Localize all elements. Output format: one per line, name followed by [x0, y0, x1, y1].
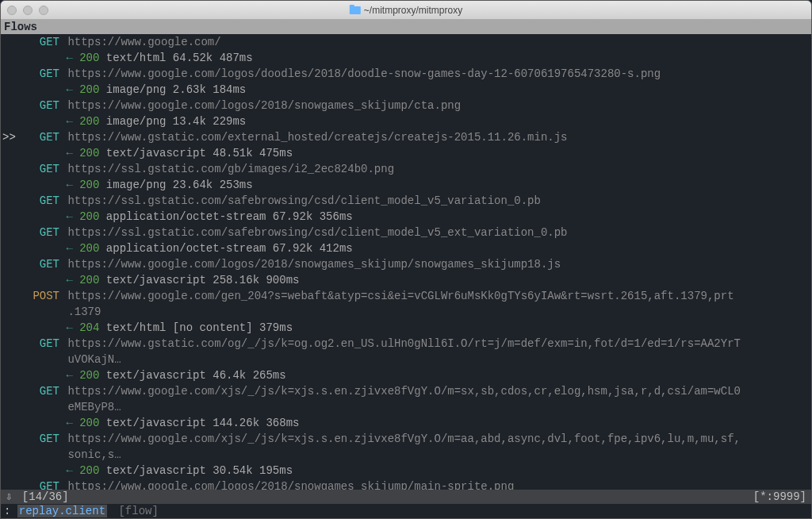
status-bar: ⇩ [14/36] [*:9999] [1, 490, 811, 504]
response-meta: text/javascript 144.26k 368ms [99, 415, 299, 431]
response-arrow-icon: ← [59, 209, 79, 225]
request-url: https://www.google.com/xjs/_/js/k=xjs.s.… [59, 383, 741, 399]
scroll-down-icon: ⇩ [6, 490, 12, 503]
request-url: https://ssl.gstatic.com/safebrowsing/csd… [59, 225, 568, 240]
flow-cursor [1, 161, 20, 177]
flow-cursor [1, 383, 20, 399]
http-method: GET [20, 431, 59, 447]
http-method: GET [20, 256, 59, 272]
command-ghost: [flow] [113, 505, 158, 517]
flow-response: ← 200 text/javascript 46.4k 265ms [1, 367, 811, 383]
http-method: POST [20, 288, 59, 304]
flow-row[interactable]: GET https://ssl.gstatic.com/safebrowsing… [1, 225, 811, 240]
flow-response: ← 200 image/png 2.63k 184ms [1, 82, 811, 98]
request-url: https://www.google.com/logos/2018/snowga… [59, 256, 561, 272]
flow-row[interactable]: GET https://www.google.com/logos/2018/sn… [1, 256, 811, 272]
response-arrow-icon: ← [59, 82, 79, 98]
command-prompt: : [4, 505, 10, 517]
flow-row[interactable]: >>GET https://www.gstatic.com/external_h… [1, 129, 811, 145]
http-method: GET [20, 383, 59, 399]
flows-list[interactable]: GET https://www.google.com/ ← 200 text/h… [1, 34, 811, 494]
request-url-continuation: uVOKajN… [1, 352, 811, 367]
status-code: 200 [79, 463, 99, 479]
flow-cursor [1, 193, 20, 209]
request-url: https://ssl.gstatic.com/safebrowsing/csd… [59, 193, 541, 209]
flow-response: ← 200 text/html 64.52k 487ms [1, 50, 811, 66]
http-method: GET [20, 129, 59, 145]
flow-position: [14/36] [22, 490, 69, 503]
response-meta: text/javascript 48.51k 475ms [99, 145, 293, 161]
response-meta: text/html 64.52k 487ms [99, 50, 252, 66]
flow-cursor [1, 34, 20, 50]
flow-cursor [1, 256, 20, 272]
response-meta: text/javascript 30.54k 195ms [99, 463, 293, 479]
window-titlebar: ~/mitmproxy/mitmproxy [1, 1, 811, 20]
response-meta: application/octet-stream 67.92k 412ms [99, 240, 352, 256]
request-url: https://www.gstatic.com/og/_/js/k=og.og2… [59, 336, 741, 352]
flow-row[interactable]: POST https://www.google.com/gen_204?s=we… [1, 288, 811, 304]
response-meta: image/png 23.64k 253ms [99, 177, 252, 193]
flow-response: ← 200 application/octet-stream 67.92k 41… [1, 240, 811, 256]
status-code: 200 [79, 272, 99, 288]
minimize-window-button[interactable] [23, 6, 33, 15]
command-active: replay.client [17, 505, 107, 517]
flow-row[interactable]: GET https://www.google.com/logos/2018/sn… [1, 98, 811, 113]
request-url-continuation: eMEByP8… [1, 399, 811, 415]
flow-response: ← 200 image/png 13.4k 229ms [1, 113, 811, 129]
request-url: https://ssl.gstatic.com/gb/images/i2_2ec… [59, 161, 394, 177]
flow-row[interactable]: GET https://www.gstatic.com/og/_/js/k=og… [1, 336, 811, 352]
http-method: GET [20, 225, 59, 240]
request-url: https://www.google.com/logos/doodles/201… [59, 66, 661, 82]
response-meta: image/png 2.63k 184ms [99, 82, 246, 98]
flow-response: ← 200 text/javascript 48.51k 475ms [1, 145, 811, 161]
window-title: ~/mitmproxy/mitmproxy [364, 5, 462, 16]
status-code: 200 [79, 240, 99, 256]
response-arrow-icon: ← [59, 145, 79, 161]
flow-cursor [1, 66, 20, 82]
http-method: GET [20, 34, 59, 50]
response-meta: application/octet-stream 67.92k 356ms [99, 209, 352, 225]
flow-cursor [1, 225, 20, 240]
response-meta: image/png 13.4k 229ms [99, 113, 246, 129]
request-url: https://www.google.com/logos/2018/snowga… [59, 98, 461, 113]
flow-cursor [1, 336, 20, 352]
flow-row[interactable]: GET https://ssl.gstatic.com/safebrowsing… [1, 193, 811, 209]
http-method: GET [20, 66, 59, 82]
request-url-continuation: sonic,s… [1, 447, 811, 463]
status-code: 200 [79, 177, 99, 193]
request-url-continuation: .1379 [1, 304, 811, 320]
close-window-button[interactable] [7, 6, 17, 15]
request-url: https://www.google.com/gen_204?s=webaft&… [59, 288, 734, 304]
status-code: 200 [79, 367, 99, 383]
flow-cursor [1, 98, 20, 113]
http-method: GET [20, 98, 59, 113]
listen-address: [*:9999] [753, 490, 806, 503]
http-method: GET [20, 161, 59, 177]
flows-header: Flows [1, 20, 811, 34]
response-arrow-icon: ← [59, 240, 79, 256]
flow-row[interactable]: GET https://www.google.com/xjs/_/js/k=xj… [1, 383, 811, 399]
flow-response: ← 200 image/png 23.64k 253ms [1, 177, 811, 193]
zoom-window-button[interactable] [39, 6, 48, 15]
flow-response: ← 200 application/octet-stream 67.92k 35… [1, 209, 811, 225]
flow-response: ← 204 text/html [no content] 379ms [1, 320, 811, 336]
flow-row[interactable]: GET https://www.google.com/ [1, 34, 811, 50]
command-bar[interactable]: : replay.client [flow] [1, 504, 811, 518]
response-arrow-icon: ← [59, 177, 79, 193]
response-arrow-icon: ← [59, 50, 79, 66]
flow-row[interactable]: GET https://www.google.com/xjs/_/js/k=xj… [1, 431, 811, 447]
http-method: GET [20, 193, 59, 209]
flow-response: ← 200 text/javascript 258.16k 900ms [1, 272, 811, 288]
flow-response: ← 200 text/javascript 30.54k 195ms [1, 463, 811, 479]
flow-response: ← 200 text/javascript 144.26k 368ms [1, 415, 811, 431]
status-code: 204 [79, 320, 99, 336]
flow-row[interactable]: GET https://www.google.com/logos/doodles… [1, 66, 811, 82]
request-url: https://www.gstatic.com/external_hosted/… [59, 129, 568, 145]
response-meta: text/html [no content] 379ms [99, 320, 293, 336]
response-arrow-icon: ← [59, 415, 79, 431]
folder-icon [350, 6, 361, 14]
request-url: https://www.google.com/ [59, 34, 221, 50]
response-meta: text/javascript 46.4k 265ms [99, 367, 285, 383]
flow-row[interactable]: GET https://ssl.gstatic.com/gb/images/i2… [1, 161, 811, 177]
request-url: https://www.google.com/xjs/_/js/k=xjs.s.… [59, 431, 741, 447]
